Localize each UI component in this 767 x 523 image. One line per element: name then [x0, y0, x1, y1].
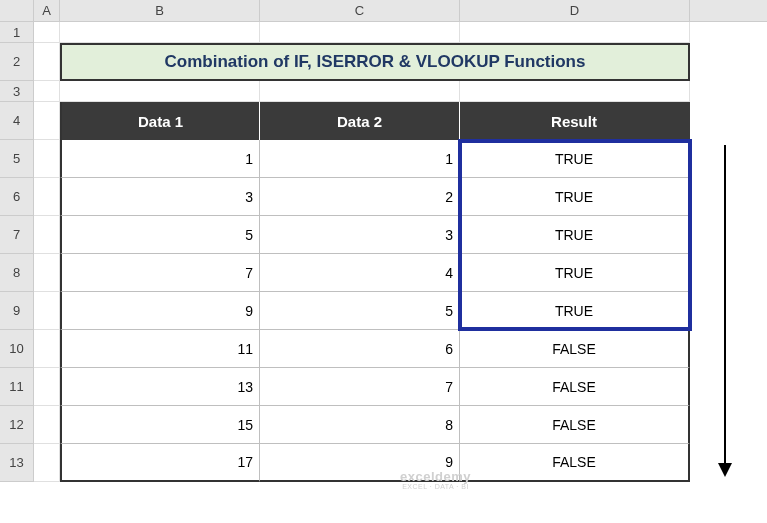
- cell-C5[interactable]: 1: [260, 140, 460, 178]
- row-header-10[interactable]: 10: [0, 330, 34, 368]
- select-all-corner[interactable]: [0, 0, 34, 21]
- cell-B10[interactable]: 11: [60, 330, 260, 368]
- cell-A3[interactable]: [34, 81, 60, 102]
- cell-C1[interactable]: [260, 22, 460, 43]
- cell-B8[interactable]: 7: [60, 254, 260, 292]
- row-4: 4 Data 1 Data 2 Result: [0, 102, 767, 140]
- row-header-6[interactable]: 6: [0, 178, 34, 216]
- row-header-2[interactable]: 2: [0, 43, 34, 81]
- row-header-8[interactable]: 8: [0, 254, 34, 292]
- cell-B13[interactable]: 17: [60, 444, 260, 482]
- cell-C6[interactable]: 2: [260, 178, 460, 216]
- cell-D12[interactable]: FALSE: [460, 406, 690, 444]
- row-header-13[interactable]: 13: [0, 444, 34, 482]
- cell-D10[interactable]: FALSE: [460, 330, 690, 368]
- cell-D8[interactable]: TRUE: [460, 254, 690, 292]
- row-9: 9 9 5 TRUE: [0, 292, 767, 330]
- cell-C13[interactable]: 9: [260, 444, 460, 482]
- cell-A8[interactable]: [34, 254, 60, 292]
- cell-A7[interactable]: [34, 216, 60, 254]
- cell-A1[interactable]: [34, 22, 60, 43]
- cell-D13[interactable]: FALSE: [460, 444, 690, 482]
- cell-A9[interactable]: [34, 292, 60, 330]
- row-header-3[interactable]: 3: [0, 81, 34, 102]
- cell-A13[interactable]: [34, 444, 60, 482]
- row-2: 2 Combination of IF, ISERROR & VLOOKUP F…: [0, 43, 767, 81]
- row-header-5[interactable]: 5: [0, 140, 34, 178]
- cell-A6[interactable]: [34, 178, 60, 216]
- cell-C11[interactable]: 7: [260, 368, 460, 406]
- arrow-head-icon: [718, 463, 732, 477]
- cell-A11[interactable]: [34, 368, 60, 406]
- row-8: 8 7 4 TRUE: [0, 254, 767, 292]
- cell-B9[interactable]: 9: [60, 292, 260, 330]
- row-header-4[interactable]: 4: [0, 102, 34, 140]
- row-3: 3: [0, 81, 767, 102]
- cell-D7[interactable]: TRUE: [460, 216, 690, 254]
- cell-D1[interactable]: [460, 22, 690, 43]
- column-headers: A B C D: [0, 0, 767, 22]
- cell-B5[interactable]: 1: [60, 140, 260, 178]
- col-header-B[interactable]: B: [60, 0, 260, 21]
- cell-C10[interactable]: 6: [260, 330, 460, 368]
- watermark-sub: EXCEL · DATA · BI: [400, 483, 471, 490]
- row-header-7[interactable]: 7: [0, 216, 34, 254]
- cell-C12[interactable]: 8: [260, 406, 460, 444]
- row-header-11[interactable]: 11: [0, 368, 34, 406]
- cell-D5[interactable]: TRUE: [460, 140, 690, 178]
- row-header-12[interactable]: 12: [0, 406, 34, 444]
- row-6: 6 3 2 TRUE: [0, 178, 767, 216]
- arrow-line: [724, 145, 726, 465]
- cell-A4[interactable]: [34, 102, 60, 140]
- header-result[interactable]: Result: [460, 102, 690, 140]
- row-header-1[interactable]: 1: [0, 22, 34, 43]
- col-header-A[interactable]: A: [34, 0, 60, 21]
- cell-C9[interactable]: 5: [260, 292, 460, 330]
- cell-A5[interactable]: [34, 140, 60, 178]
- row-5: 5 1 1 TRUE: [0, 140, 767, 178]
- row-7: 7 5 3 TRUE: [0, 216, 767, 254]
- cell-B7[interactable]: 5: [60, 216, 260, 254]
- cell-C7[interactable]: 3: [260, 216, 460, 254]
- row-header-9[interactable]: 9: [0, 292, 34, 330]
- spreadsheet-grid: A B C D 1 2 Combination of IF, ISERROR &…: [0, 0, 767, 523]
- row-13: 13 17 9 FALSE: [0, 444, 767, 482]
- col-header-C[interactable]: C: [260, 0, 460, 21]
- cell-C8[interactable]: 4: [260, 254, 460, 292]
- col-header-D[interactable]: D: [460, 0, 690, 21]
- cell-D6[interactable]: TRUE: [460, 178, 690, 216]
- row-10: 10 11 6 FALSE: [0, 330, 767, 368]
- cell-D3[interactable]: [460, 81, 690, 102]
- cell-B3[interactable]: [60, 81, 260, 102]
- cell-B11[interactable]: 13: [60, 368, 260, 406]
- title-cell[interactable]: Combination of IF, ISERROR & VLOOKUP Fun…: [60, 43, 690, 81]
- cell-D11[interactable]: FALSE: [460, 368, 690, 406]
- cell-C3[interactable]: [260, 81, 460, 102]
- cell-A10[interactable]: [34, 330, 60, 368]
- cell-D9[interactable]: TRUE: [460, 292, 690, 330]
- row-11: 11 13 7 FALSE: [0, 368, 767, 406]
- cell-B12[interactable]: 15: [60, 406, 260, 444]
- cell-B6[interactable]: 3: [60, 178, 260, 216]
- cell-B1[interactable]: [60, 22, 260, 43]
- row-12: 12 15 8 FALSE: [0, 406, 767, 444]
- header-data1[interactable]: Data 1: [60, 102, 260, 140]
- cell-A12[interactable]: [34, 406, 60, 444]
- cell-A2[interactable]: [34, 43, 60, 81]
- row-1: 1: [0, 22, 767, 43]
- header-data2[interactable]: Data 2: [260, 102, 460, 140]
